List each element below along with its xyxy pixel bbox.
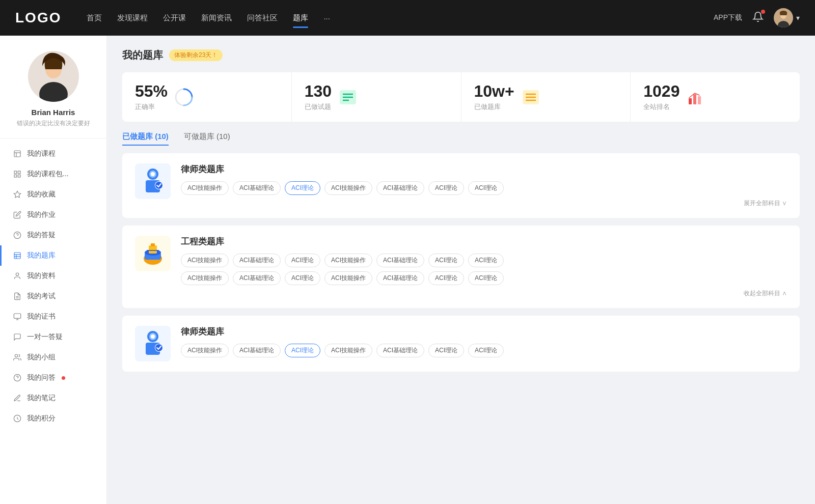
favorites-icon xyxy=(13,190,22,199)
qbank-card-engineer1: 工程类题库 ACI技能操作 ACI基础理论 ACI理论 ACI技能操作 ACI基… xyxy=(122,226,800,308)
tag-lawyer2-0[interactable]: ACI技能操作 xyxy=(181,344,229,357)
sidebar-item-notes[interactable]: 我的笔记 xyxy=(0,388,106,408)
tag-lawyer1-1[interactable]: ACI基础理论 xyxy=(233,181,281,195)
sidebar-item-profile[interactable]: 我的资料 xyxy=(0,266,106,286)
sidebar-label-points: 我的积分 xyxy=(27,414,56,423)
nav-mooc[interactable]: 公开课 xyxy=(163,11,186,25)
user-avatar-nav[interactable]: ▾ xyxy=(774,8,800,27)
stat-accuracy-label: 正确率 xyxy=(135,102,168,111)
sidebar-item-packages[interactable]: 我的课程包... xyxy=(0,164,106,184)
sidebar-item-favorites[interactable]: 我的收藏 xyxy=(0,184,106,205)
tag-eng1-4[interactable]: ACI基础理论 xyxy=(376,254,424,267)
profile-motto: 错误的决定比没有决定要好 xyxy=(17,119,90,128)
sidebar-label-groups: 我的小组 xyxy=(27,353,56,362)
tag-eng1-7[interactable]: ACI技能操作 xyxy=(181,271,229,285)
tag-lawyer1-0[interactable]: ACI技能操作 xyxy=(181,181,229,195)
tag-eng1-10[interactable]: ACI技能操作 xyxy=(324,271,372,285)
nav-dropdown-icon[interactable]: ▾ xyxy=(796,14,800,22)
sidebar-item-tutoring[interactable]: 一对一答疑 xyxy=(0,327,106,347)
tag-eng1-3[interactable]: ACI技能操作 xyxy=(324,254,372,267)
groups-icon xyxy=(13,353,22,362)
qbank-content-engineer1: 工程类题库 ACI技能操作 ACI基础理论 ACI理论 ACI技能操作 ACI基… xyxy=(181,236,787,298)
qbank-card-header-engineer1: 工程类题库 ACI技能操作 ACI基础理论 ACI理论 ACI技能操作 ACI基… xyxy=(135,236,787,298)
exams-icon xyxy=(13,292,22,301)
sidebar-label-questionbank: 我的题库 xyxy=(27,251,56,260)
stat-done-banks-number: 10w+ xyxy=(474,82,514,100)
nav-questions[interactable]: 题库 xyxy=(293,11,308,25)
sidebar-item-courses[interactable]: 我的课程 xyxy=(0,144,106,164)
svg-rect-51 xyxy=(151,243,155,246)
tag-eng1-13[interactable]: ACI理论 xyxy=(468,271,504,285)
sidebar-item-exams[interactable]: 我的考试 xyxy=(0,286,106,306)
tags-row-engineer1-row2: ACI技能操作 ACI基础理论 ACI理论 ACI技能操作 ACI基础理论 AC… xyxy=(181,271,787,285)
logo[interactable]: LOGO xyxy=(15,10,61,26)
tag-lawyer2-2[interactable]: ACI理论 xyxy=(285,344,320,357)
done-banks-icon xyxy=(521,87,541,107)
app-download-link[interactable]: APP下载 xyxy=(714,13,742,22)
tag-eng1-5[interactable]: ACI理论 xyxy=(428,254,464,267)
profile-icon xyxy=(13,271,22,281)
homework-icon xyxy=(13,210,22,219)
tag-eng1-8[interactable]: ACI基础理论 xyxy=(233,271,281,285)
tag-lawyer1-2[interactable]: ACI理论 xyxy=(285,181,320,195)
tab-available[interactable]: 可做题库 (10) xyxy=(184,132,230,146)
tag-eng1-6[interactable]: ACI理论 xyxy=(468,254,504,267)
svg-rect-9 xyxy=(14,171,17,174)
tag-lawyer2-1[interactable]: ACI基础理论 xyxy=(233,344,281,357)
tag-eng1-1[interactable]: ACI基础理论 xyxy=(233,254,281,267)
svg-rect-16 xyxy=(14,253,20,259)
svg-point-20 xyxy=(16,273,18,275)
tag-lawyer2-4[interactable]: ACI基础理论 xyxy=(376,344,424,357)
tag-lawyer2-3[interactable]: ACI技能操作 xyxy=(324,344,372,357)
tag-lawyer2-6[interactable]: ACI理论 xyxy=(468,344,504,357)
stat-done-banks-text: 10w+ 已做题库 xyxy=(474,82,514,111)
nav-more[interactable]: ··· xyxy=(323,11,330,25)
nav-discover[interactable]: 发现课程 xyxy=(117,11,148,25)
tag-eng1-9[interactable]: ACI理论 xyxy=(285,271,320,285)
stat-ranking-text: 1029 全站排名 xyxy=(643,82,680,111)
tags-row-lawyer1: ACI技能操作 ACI基础理论 ACI理论 ACI技能操作 ACI基础理论 AC… xyxy=(181,181,787,195)
tag-lawyer1-4[interactable]: ACI基础理论 xyxy=(376,181,424,195)
stat-done-questions: 130 已做试题 xyxy=(292,72,461,122)
tag-lawyer2-5[interactable]: ACI理论 xyxy=(428,344,464,357)
tag-eng1-2[interactable]: ACI理论 xyxy=(285,254,320,267)
sidebar-item-homework[interactable]: 我的作业 xyxy=(0,205,106,225)
sidebar-item-points[interactable]: 我的积分 xyxy=(0,408,106,429)
stat-accuracy-number: 55% xyxy=(135,82,168,100)
stat-accuracy: 55% 正确率 xyxy=(122,72,292,122)
questionbank-icon xyxy=(13,251,22,260)
sidebar-item-certificates[interactable]: 我的证书 xyxy=(0,306,106,327)
expand-link-engineer1[interactable]: 收起全部科目 ∧ xyxy=(181,289,787,298)
sidebar-label-courses: 我的课程 xyxy=(27,149,56,158)
tag-eng1-11[interactable]: ACI基础理论 xyxy=(376,271,424,285)
myqa-icon xyxy=(13,373,22,382)
avatar-image xyxy=(774,8,793,27)
svg-rect-40 xyxy=(698,96,701,104)
sidebar-item-qa[interactable]: 我的答疑 xyxy=(0,225,106,245)
nav-qa[interactable]: 问答社区 xyxy=(247,11,278,25)
nav-news[interactable]: 新闻资讯 xyxy=(201,11,232,25)
accuracy-icon xyxy=(174,87,194,107)
trial-badge: 体验剩余23天！ xyxy=(169,49,223,61)
expand-link-lawyer1[interactable]: 展开全部科目 ∨ xyxy=(181,199,787,208)
tag-lawyer1-6[interactable]: ACI理论 xyxy=(468,181,504,195)
sidebar-label-myqa: 我的问答 xyxy=(27,373,56,382)
svg-marker-13 xyxy=(14,191,20,198)
tag-eng1-12[interactable]: ACI理论 xyxy=(428,271,464,285)
qbank-card-lawyer1: 律师类题库 ACI技能操作 ACI基础理论 ACI理论 ACI技能操作 ACI基… xyxy=(122,153,800,218)
tag-lawyer1-5[interactable]: ACI理论 xyxy=(428,181,464,195)
svg-point-14 xyxy=(14,232,20,238)
sidebar-item-groups[interactable]: 我的小组 xyxy=(0,347,106,368)
notification-bell[interactable] xyxy=(752,11,764,24)
tag-eng1-0[interactable]: ACI技能操作 xyxy=(181,254,229,267)
nav-home[interactable]: 首页 xyxy=(87,11,102,25)
qbank-name-lawyer2: 律师类题库 xyxy=(181,326,787,338)
tab-done[interactable]: 已做题库 (10) xyxy=(122,132,169,146)
sidebar-item-questionbank[interactable]: 我的题库 xyxy=(0,245,106,266)
stat-ranking-number: 1029 xyxy=(643,82,680,100)
points-icon xyxy=(13,414,22,423)
tag-lawyer1-3[interactable]: ACI技能操作 xyxy=(324,181,372,195)
stat-ranking-label: 全站排名 xyxy=(643,102,680,111)
sidebar-item-myqa[interactable]: 我的问答 xyxy=(0,368,106,388)
profile-section: Brian Harris 错误的决定比没有决定要好 xyxy=(0,51,106,138)
